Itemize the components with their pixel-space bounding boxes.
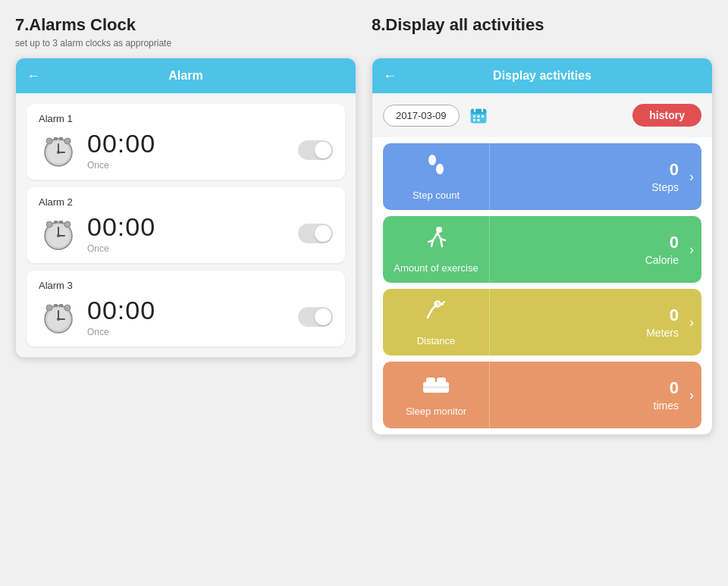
distance-chevron-icon: › [689, 315, 694, 331]
alarm-3-toggle[interactable] [298, 307, 333, 327]
alarm-phone-frame: ← Alarm Alarm 1 [15, 58, 356, 358]
alarm-top-bar: ← Alarm [16, 58, 356, 93]
activities-top-bar: ← Display activities [372, 58, 712, 93]
distance-unit: Meters [646, 327, 679, 339]
svg-rect-6 [59, 137, 63, 140]
activity-card-exercise[interactable]: Amount of exercise 0 Calorie › [383, 216, 701, 283]
activity-exercise-left: Amount of exercise [383, 216, 489, 283]
activity-sleep-left: Sleep monitor [383, 362, 489, 428]
svg-point-8 [64, 138, 71, 144]
alarm-list: Alarm 1 [16, 93, 356, 357]
alarm-title: Alarm [168, 69, 202, 83]
steps-value: 0 [670, 160, 679, 180]
sleep-icon [422, 373, 450, 401]
svg-point-38 [436, 227, 442, 233]
alarm-1-left: 00:00 Once [39, 129, 155, 171]
exercise-right: 0 Calorie › [490, 216, 701, 283]
distance-icon [422, 298, 450, 331]
alarm-1-toggle-knob [315, 142, 331, 158]
activity-list: Step count 0 Steps › [372, 137, 712, 434]
alarm-1-time-block: 00:00 Once [87, 129, 155, 171]
alarm-3-left: 00:00 Once [39, 296, 155, 337]
calendar-icon[interactable] [466, 102, 491, 128]
date-display[interactable]: 2017-03-09 [383, 105, 460, 127]
svg-point-36 [428, 155, 436, 165]
activity-card-distance[interactable]: Distance 0 Meters › [383, 289, 701, 356]
svg-rect-44 [437, 378, 446, 385]
alarm-1-time: 00:00 [87, 129, 155, 158]
alarm-3-toggle-knob [315, 309, 331, 325]
svg-rect-24 [59, 304, 63, 307]
alarm-2-time-block: 00:00 Once [87, 212, 155, 254]
alarm-2-repeat: Once [87, 243, 155, 254]
alarm-2-body: 00:00 Once [39, 212, 333, 254]
svg-rect-14 [54, 221, 58, 224]
activity-card-sleep[interactable]: Sleep monitor 0 times › [383, 362, 701, 428]
distance-right: 0 Meters › [490, 289, 701, 356]
svg-rect-34 [473, 119, 475, 121]
svg-rect-28 [471, 109, 486, 114]
activities-section: 8.Display all activities ← Display activ… [372, 15, 713, 571]
steps-right: 0 Steps › [490, 143, 701, 210]
svg-rect-23 [54, 304, 58, 307]
svg-point-17 [64, 221, 71, 227]
alarm-2-clock-icon [39, 214, 78, 253]
alarm-3-body: 00:00 Once [39, 296, 333, 337]
alarm-1-toggle[interactable] [298, 140, 333, 160]
steps-unit: Steps [651, 181, 679, 193]
activities-back-arrow[interactable]: ← [383, 68, 397, 84]
alarm-3-repeat: Once [87, 327, 155, 337]
alarm-1-clock-icon [39, 130, 78, 170]
svg-rect-42 [423, 387, 449, 388]
svg-rect-33 [482, 115, 484, 118]
svg-rect-32 [477, 115, 479, 118]
svg-rect-35 [477, 119, 479, 121]
alarm-2-left: 00:00 Once [39, 212, 155, 254]
calendar-svg [469, 106, 488, 124]
activities-phone-frame: ← Display activities 2017-03-09 his [372, 58, 713, 435]
alarm-card-3: Alarm 3 [27, 271, 345, 346]
footsteps-icon [422, 152, 450, 185]
alarm-section: 7.Alarms Clock set up to 3 alarm clocks … [15, 15, 356, 571]
activities-section-title: 8.Display all activities [372, 15, 713, 35]
activity-steps-left: Step count [383, 143, 489, 210]
sleep-unit: times [654, 400, 679, 412]
alarm-section-subtitle: set up to 3 alarm clocks as appropriate [15, 38, 356, 49]
svg-rect-15 [59, 221, 63, 224]
steps-label: Step count [413, 190, 460, 201]
sleep-chevron-icon: › [689, 387, 694, 403]
svg-point-26 [64, 305, 71, 311]
alarm-1-name: Alarm 1 [39, 113, 333, 124]
activity-distance-left: Distance [383, 289, 489, 356]
alarm-section-title: 7.Alarms Clock [15, 15, 356, 35]
alarm-card-1: Alarm 1 [27, 104, 345, 180]
alarm-2-toggle[interactable] [298, 224, 333, 243]
alarm-card-2: Alarm 2 [27, 187, 345, 263]
exercise-chevron-icon: › [689, 242, 694, 258]
svg-rect-31 [473, 115, 475, 118]
running-icon [422, 225, 450, 258]
svg-point-7 [46, 138, 52, 144]
svg-point-13 [57, 234, 60, 237]
alarm-2-toggle-knob [315, 225, 331, 242]
alarm-3-clock-icon [39, 297, 78, 337]
distance-label: Distance [417, 335, 456, 346]
date-bar: 2017-03-09 history [372, 93, 712, 137]
history-button[interactable]: history [632, 104, 701, 127]
exercise-value: 0 [670, 233, 679, 252]
distance-value: 0 [670, 306, 679, 325]
activities-section-subtitle [372, 38, 713, 49]
activity-card-steps[interactable]: Step count 0 Steps › [383, 143, 701, 210]
alarm-3-name: Alarm 3 [39, 280, 333, 291]
svg-point-4 [57, 151, 60, 154]
exercise-unit: Calorie [645, 254, 679, 266]
alarm-1-body: 00:00 Once [39, 129, 333, 171]
svg-rect-43 [426, 378, 435, 385]
alarm-back-arrow[interactable]: ← [27, 68, 40, 84]
svg-point-37 [436, 164, 444, 174]
alarm-3-time-block: 00:00 Once [87, 296, 155, 337]
alarm-1-repeat: Once [87, 160, 155, 171]
alarm-2-name: Alarm 2 [39, 196, 333, 208]
activities-title: Display activities [493, 69, 592, 83]
steps-chevron-icon: › [689, 169, 694, 185]
